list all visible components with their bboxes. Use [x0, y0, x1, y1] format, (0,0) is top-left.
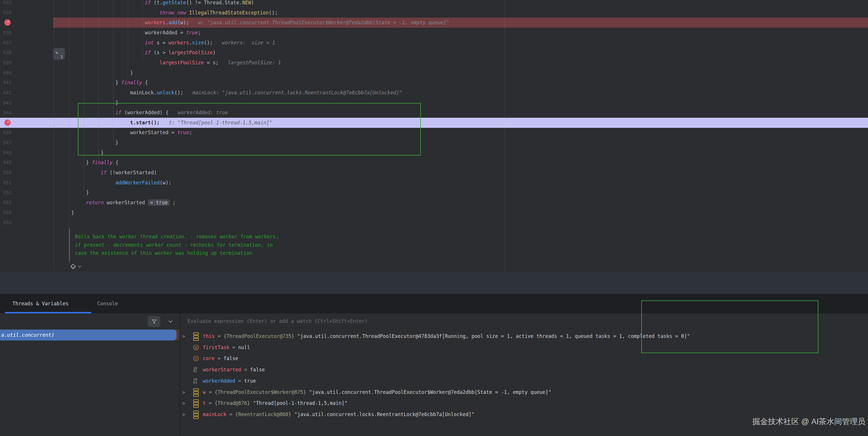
code-text[interactable]: if (s > largestPoolSize) [145, 48, 216, 58]
variable-text: t = {Thread@876} "Thread[pool-1-thread-1… [203, 398, 348, 409]
variable-value: false [223, 355, 238, 361]
code-line-935[interactable]: workers.add(w);w: "java.util.concurrent.… [0, 18, 868, 28]
line-number[interactable]: 947 [0, 137, 11, 148]
code-line-937[interactable]: 937int s = workers.size();workers: size … [0, 38, 868, 48]
variable-row-core[interactable]: pcore = false [179, 353, 868, 364]
code-text[interactable]: return workerStarted = true ; [86, 198, 176, 208]
tab-console[interactable]: Console [97, 294, 118, 313]
code-token: largestPoolSize [159, 60, 204, 65]
chevron-down-icon[interactable] [168, 320, 173, 323]
line-number[interactable]: 955 [0, 218, 11, 228]
line-number[interactable]: 946 [0, 128, 11, 137]
selected-stack-frame[interactable]: a.util.concurrent) [0, 330, 177, 341]
code-token: getState [162, 0, 186, 5]
code-line-953[interactable]: 953return workerStarted = true ; [0, 198, 868, 208]
code-line-951[interactable]: 951addWorkerFailed(w); [0, 178, 868, 188]
inline-debugger-hint: mainLock: "java.util.concurrent.locks.Re… [192, 90, 402, 95]
line-number[interactable]: 934 [0, 8, 11, 18]
line-number[interactable]: 940 [0, 68, 11, 78]
code-token: new [177, 10, 189, 15]
variable-text: firstTask = null [203, 342, 250, 353]
code-text[interactable]: } finally { [115, 77, 148, 88]
variable-name: this [203, 333, 215, 339]
code-text[interactable]: } finally { [86, 158, 119, 168]
code-text[interactable]: throw new IllegalThreadStateException(); [159, 8, 278, 18]
code-text[interactable]: largestPoolSize = s;largestPoolSize: 1 [159, 58, 281, 68]
line-number[interactable]: 941 [0, 77, 11, 88]
code-token: = true [148, 199, 169, 206]
variable-row-t[interactable]: >t = {Thread@876} "Thread[pool-1-thread-… [179, 398, 868, 409]
chevron-down-icon[interactable] [78, 265, 82, 268]
expand-chevron-icon[interactable]: > [182, 331, 185, 342]
line-number[interactable]: 953 [0, 198, 11, 208]
line-number[interactable]: 952 [0, 188, 11, 198]
code-line-936[interactable]: 936workerAdded = true; [0, 28, 868, 38]
code-text[interactable]: if (!workerStarted) [101, 168, 157, 178]
variable-row-workerAdded[interactable]: 1001workerAdded = true [179, 375, 868, 387]
line-number[interactable]: 948 [0, 148, 11, 158]
code-text[interactable]: addWorkerFailed(w); [115, 178, 172, 188]
code-text[interactable]: int s = workers.size();workers: size = 1 [145, 38, 275, 48]
line-number[interactable]: 951 [0, 178, 11, 188]
thread-filter-button[interactable] [148, 316, 160, 327]
breakpoint-icon[interactable]: ✓ [4, 120, 11, 126]
code-line-941[interactable]: 941} finally { [0, 77, 868, 88]
variable-text: core = false [203, 353, 238, 364]
code-text[interactable]: } [71, 208, 74, 218]
tab-threads-and-variables[interactable]: Threads & Variables [12, 294, 68, 313]
expand-chevron-icon[interactable]: > [182, 398, 185, 409]
variable-value: "java.util.concurrent.ThreadPoolExecutor… [298, 333, 690, 339]
code-token: workerAdded = [145, 30, 186, 35]
code-text[interactable]: if (t.getState() != Thread.State.NEW) [145, 0, 254, 8]
line-number[interactable]: 933 [0, 0, 11, 8]
code-token: ; [169, 200, 176, 206]
indent-guide [128, 0, 128, 81]
code-token: () != Thread.State. [186, 0, 242, 5]
code-token: largestPoolSize [168, 50, 213, 55]
variable-row-workerStarted[interactable]: 1001workerStarted = false [179, 364, 868, 375]
jump-to-cursor-icon[interactable]: ↘I [53, 48, 65, 60]
code-line-934[interactable]: 934throw new IllegalThreadStateException… [0, 8, 868, 18]
expand-chevron-icon[interactable]: > [182, 387, 185, 398]
variable-type: {ThreadPoolExecutor@735} [223, 333, 298, 339]
line-number[interactable]: 944 [0, 107, 11, 118]
line-number[interactable]: 949 [0, 158, 11, 168]
line-number[interactable]: 943 [0, 98, 11, 108]
code-text[interactable]: mainLock.unlock();mainLock: "java.util.c… [130, 88, 402, 98]
code-line-940[interactable]: 940} [0, 68, 868, 78]
code-text[interactable]: } [86, 188, 89, 198]
code-line-955[interactable]: 955 [0, 218, 868, 228]
code-line-949[interactable]: 949} finally { [0, 158, 868, 168]
expand-chevron-icon[interactable]: > [182, 409, 185, 420]
line-number[interactable]: 954 [0, 208, 11, 218]
line-number[interactable]: 942 [0, 88, 11, 98]
equals-sign: = [226, 411, 236, 417]
code-text[interactable]: } [130, 68, 133, 78]
parameter-icon: p [193, 356, 199, 361]
code-token: if [145, 50, 154, 55]
code-line-939[interactable]: 939largestPoolSize = s;largestPoolSize: … [0, 58, 868, 68]
variable-row-w[interactable]: >w = {ThreadPoolExecutor$Worker@875} "ja… [179, 387, 868, 398]
code-text[interactable]: workerAdded = true; [145, 28, 201, 38]
code-token: if [101, 170, 110, 176]
line-number[interactable]: 939 [0, 58, 11, 68]
code-token: finally [121, 80, 142, 85]
line-number[interactable]: 936 [0, 28, 11, 38]
code-line-938[interactable]: 938if (s > largestPoolSize) [0, 48, 868, 58]
line-number[interactable]: 937 [0, 38, 11, 48]
code-line-942[interactable]: 942mainLock.unlock();mainLock: "java.uti… [0, 88, 868, 98]
code-line-954[interactable]: 954} [0, 208, 868, 218]
line-number[interactable]: 938 [0, 48, 11, 58]
code-token: int [145, 40, 157, 45]
breakpoint-icon[interactable]: ✓ [4, 19, 11, 26]
variable-value: false [250, 367, 265, 373]
code-line-950[interactable]: 950if (!workerStarted) [0, 168, 868, 178]
variable-value: null [238, 345, 250, 350]
right-margin-guide [504, 0, 505, 271]
doc-comment-text: Rolls back the worker thread creation. -… [75, 232, 279, 257]
code-text[interactable]: workers.add(w);w: "java.util.concurrent.… [145, 18, 450, 28]
render-doc-toggle-icon[interactable] [70, 263, 76, 270]
code-line-952[interactable]: 952} [0, 188, 868, 198]
line-number[interactable]: 950 [0, 168, 11, 178]
code-line-933[interactable]: 933if (t.getState() != Thread.State.NEW) [0, 0, 868, 8]
